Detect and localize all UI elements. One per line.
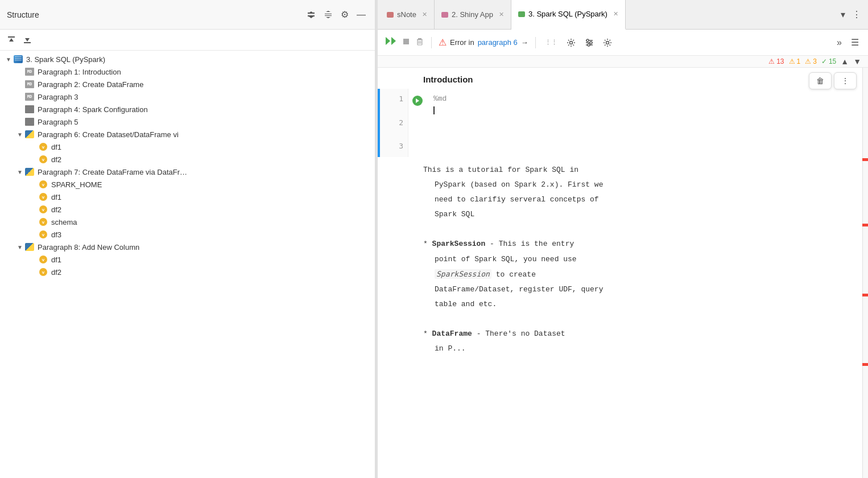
- paragraph-floating-actions: 🗑 ⋮: [809, 72, 857, 89]
- ok-count: ✓ 15: [821, 57, 836, 65]
- tree-item-label: Paragraph 6: Create Dataset/DataFrame vi: [38, 130, 179, 139]
- tab-label: 3. Spark SQL (PySpark): [528, 10, 607, 18]
- output-line-6b: in P...: [423, 343, 859, 355]
- tree-item-p1[interactable]: MD Paragraph 1: Introduction: [0, 65, 375, 78]
- tree-item-p4[interactable]: Paragraph 4: Spark Configuration: [0, 103, 375, 116]
- tabs-overflow: ▾ ⋮: [838, 7, 866, 22]
- run-circle[interactable]: [412, 96, 423, 106]
- tab-close-shiny[interactable]: ✕: [499, 11, 504, 18]
- tree-item-p2[interactable]: MD Paragraph 2: Create DataFrame: [0, 78, 375, 90]
- minimize-button[interactable]: —: [354, 7, 368, 22]
- gear-icon: [567, 38, 576, 47]
- expand-all-button[interactable]: [321, 8, 335, 22]
- tab-shiny[interactable]: 2. Shiny App ✕: [435, 0, 511, 30]
- debug-button[interactable]: ⋮⋮: [543, 36, 560, 48]
- settings-button[interactable]: ⚙: [338, 7, 351, 22]
- move-up-button[interactable]: [5, 33, 18, 47]
- ok-count-value: 15: [829, 57, 836, 65]
- sparksession-bold: SparkSession: [432, 240, 486, 248]
- tree-item-p8-df2[interactable]: v df2: [0, 266, 375, 278]
- settings-gear-button[interactable]: [564, 36, 578, 50]
- tab-icon-2: [441, 12, 448, 18]
- svg-point-13: [590, 42, 592, 44]
- output-line-3d: Spark SQL: [423, 208, 859, 221]
- python-icon: [24, 130, 35, 139]
- tree-item-p5[interactable]: Paragraph 5: [0, 116, 375, 128]
- line-numbers: 1 2 3: [380, 89, 408, 157]
- move-down-button[interactable]: [20, 33, 34, 47]
- scroll-indicator-4: [862, 363, 868, 366]
- stop-button[interactable]: [402, 37, 411, 48]
- warning-count-value: 1: [797, 57, 801, 65]
- line-number-1: 1: [387, 93, 403, 105]
- tree-item-p8[interactable]: ▼ Paragraph 8: Add New Column: [0, 241, 375, 253]
- tree-item-label: df1: [51, 143, 61, 151]
- scroll-indicator-2: [862, 224, 868, 226]
- warning2-count: ⚠ 3: [805, 57, 817, 65]
- tree-item-p7-df3[interactable]: v df3: [0, 228, 375, 241]
- delete-paragraph-button[interactable]: 🗑: [809, 72, 832, 89]
- expand-button[interactable]: »: [834, 35, 844, 50]
- more-paragraph-button[interactable]: ⋮: [834, 72, 857, 89]
- tab-close-snote[interactable]: ✕: [422, 11, 427, 18]
- tree-item-label: schema: [51, 218, 77, 226]
- tabs-menu-button[interactable]: ⋮: [850, 7, 863, 22]
- tabs-overflow-button[interactable]: ▾: [838, 7, 848, 22]
- code-content[interactable]: %md: [427, 89, 868, 157]
- tree-item-label: Paragraph 2: Create DataFrame: [38, 80, 143, 89]
- chevron-icon: ▼: [16, 244, 24, 250]
- trash-icon: [415, 37, 424, 46]
- output-line-5b: point of Spark SQL, you need use: [423, 253, 859, 266]
- error-count: ⚠ 13: [768, 57, 784, 65]
- paragraph-link[interactable]: paragraph 6: [478, 38, 518, 47]
- dataframe-bold: DataFrame: [432, 329, 472, 338]
- warning2-count-value: 3: [813, 57, 817, 65]
- md-icon: MD: [24, 67, 35, 76]
- tree-item-p8-df1[interactable]: v df1: [0, 253, 375, 266]
- editor-panel: sNote ✕ 2. Shiny App ✕ 3. Spark SQL (PyS…: [378, 0, 868, 478]
- menu-button[interactable]: ☰: [849, 35, 861, 50]
- tree-item-p3[interactable]: MD Paragraph 3: [0, 90, 375, 103]
- tree-item-p7-schema[interactable]: v schema: [0, 216, 375, 228]
- tree-item-p7-df2[interactable]: v df2: [0, 203, 375, 216]
- expand-all-icon: [324, 10, 333, 19]
- tree-item-p7-df1[interactable]: v df1: [0, 191, 375, 203]
- var-icon: v: [38, 142, 49, 151]
- output-line-3c: need to clarifiy serveral concetps of: [423, 193, 859, 206]
- tree-item-label: df2: [51, 155, 61, 164]
- tree-item-p6-df2[interactable]: v df2: [0, 153, 375, 166]
- tab-icon-3: [518, 11, 525, 17]
- collapse-all-button[interactable]: [304, 8, 318, 22]
- more-gear-button[interactable]: [582, 36, 596, 50]
- tree-item-p6-df1[interactable]: v df1: [0, 141, 375, 153]
- sidebar-toolbar: [0, 30, 375, 51]
- tree-item-p7[interactable]: ▼ Paragraph 7: Create DataFrame via Data…: [0, 166, 375, 178]
- app-container: Structure ⚙ —: [0, 0, 868, 478]
- tab-spark[interactable]: 3. Spark SQL (PySpark) ✕: [511, 0, 626, 30]
- var-icon: v: [38, 180, 49, 189]
- error-count-value: 13: [776, 57, 784, 65]
- tree-item-p6[interactable]: ▼ Paragraph 6: Create Dataset/DataFrame …: [0, 128, 375, 141]
- tab-label: 2. Shiny App: [452, 10, 493, 19]
- output-line-3: This is a tutorial for Spark SQL in: [423, 164, 859, 176]
- tab-snote[interactable]: sNote ✕: [380, 0, 435, 30]
- var-icon: v: [38, 155, 49, 164]
- tree-item-p7-spark[interactable]: v SPARK_HOME: [0, 178, 375, 191]
- svg-rect-2: [403, 39, 409, 44]
- arrow-text: →: [521, 38, 528, 47]
- clear-output-button[interactable]: [415, 37, 424, 48]
- tree-item-root[interactable]: ▼ 3. Spark SQL (PySpark): [0, 53, 375, 65]
- svg-rect-0: [8, 36, 15, 38]
- run-all-button[interactable]: [385, 36, 397, 49]
- error-icon-sm: ⚠: [768, 57, 775, 65]
- settings-main-button[interactable]: [601, 36, 614, 50]
- scroll-up-button[interactable]: ▲: [841, 57, 849, 66]
- var-icon: v: [38, 205, 49, 214]
- svg-rect-1: [24, 42, 31, 43]
- editor-area[interactable]: 🗑 ⋮ Introduction 1 2 3: [378, 68, 868, 478]
- toolbar-separator-2: [535, 37, 536, 48]
- sidebar-header-actions: ⚙ —: [304, 7, 368, 22]
- paragraph-header: Introduction: [378, 68, 868, 89]
- tab-close-spark[interactable]: ✕: [613, 10, 618, 18]
- scroll-down-button[interactable]: ▼: [853, 57, 861, 66]
